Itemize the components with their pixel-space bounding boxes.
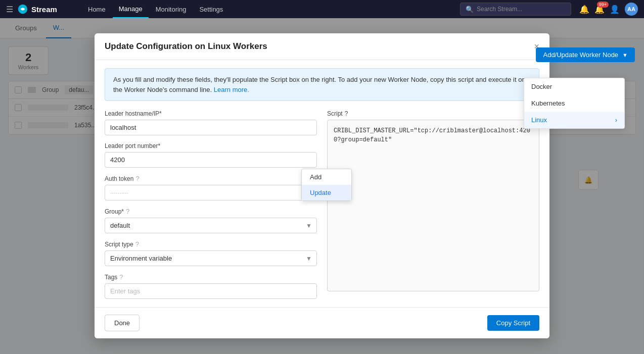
group-select[interactable]: default xyxy=(105,218,317,233)
form-row: Leader hostname/IP* Leader port number* xyxy=(105,110,539,299)
dropdown-item-linux[interactable]: Linux › xyxy=(524,112,624,128)
notification-icon[interactable]: 🔔 xyxy=(579,5,589,14)
page-background: Groups W... 2 Workers Group defau... GUI… xyxy=(0,18,644,354)
group-select-wrapper: default ▼ xyxy=(105,218,317,233)
form-group-hostname: Leader hostname/IP* xyxy=(105,110,317,135)
script-box: CRIBL_DIST_MASTER_URL="tcp://criblmaster… xyxy=(327,120,539,291)
nav-monitoring[interactable]: Monitoring xyxy=(150,0,193,18)
dropdown-item-kubernetes[interactable]: Kubernetes xyxy=(524,95,624,112)
group-label: Group* ? xyxy=(105,208,317,215)
modal-title: Update Configuration on Linux Workers xyxy=(105,41,267,52)
form-group-group: Group* ? default ▼ xyxy=(105,208,317,233)
alert-icon[interactable]: 🔔 99+ xyxy=(594,5,605,14)
notification-badge: 99+ xyxy=(597,2,609,8)
hostname-label: Leader hostname/IP* xyxy=(105,110,317,117)
topnav: ☰ Stream Home Manage Monitoring Settings… xyxy=(0,0,644,18)
nav-links: Home Manage Monitoring Settings xyxy=(82,0,456,18)
hamburger-icon[interactable]: ☰ xyxy=(6,5,13,14)
group-help-icon[interactable]: ? xyxy=(126,208,129,215)
copy-script-button[interactable]: Copy Script xyxy=(487,315,539,331)
search-input[interactable] xyxy=(477,6,566,13)
auth-token-help-icon[interactable]: ? xyxy=(135,175,139,182)
auth-token-input-wrapper: 👁 xyxy=(105,185,317,200)
info-text: As you fill and modify these fields, the… xyxy=(113,76,526,93)
done-button[interactable]: Done xyxy=(105,315,140,331)
nav-settings[interactable]: Settings xyxy=(193,0,229,18)
auth-token-input[interactable] xyxy=(105,185,317,200)
topnav-icons: 🔔 🔔 99+ 👤 AA xyxy=(579,3,638,16)
context-item-add[interactable]: Add xyxy=(302,169,351,185)
avatar[interactable]: AA xyxy=(625,3,638,16)
modal-footer: Done Copy Script xyxy=(95,307,549,338)
chevron-right-icon: › xyxy=(615,116,617,124)
search-icon: 🔍 xyxy=(466,6,474,13)
nav-manage[interactable]: Manage xyxy=(113,0,149,18)
add-update-worker-button[interactable]: Add/Update Worker Node ▼ xyxy=(536,47,635,62)
script-type-help-icon[interactable]: ? xyxy=(135,240,139,248)
search-box: 🔍 xyxy=(460,3,571,16)
brand: Stream xyxy=(17,4,78,15)
form-right: Script ? CRIBL_DIST_MASTER_URL="tcp://cr… xyxy=(327,110,539,299)
learn-more-link[interactable]: Learn more. xyxy=(214,86,249,93)
dropdown-item-docker[interactable]: Docker xyxy=(524,78,624,95)
info-banner: As you fill and modify these fields, the… xyxy=(105,68,539,101)
dropdown-container: Add/Update Worker Node ▼ Docker Kubernet… xyxy=(536,47,635,62)
port-input[interactable] xyxy=(105,152,317,168)
port-label: Leader port number* xyxy=(105,142,317,149)
dropdown-menu: Docker Kubernetes Linux › xyxy=(524,78,625,129)
form-group-tags: Tags ? xyxy=(105,273,317,299)
modal-header: Update Configuration on Linux Workers × xyxy=(95,33,549,60)
form-group-script-type: Script type ? Environment variable Inlin… xyxy=(105,240,317,266)
dropdown-chevron-icon: ▼ xyxy=(622,52,628,58)
brand-name: Stream xyxy=(31,5,57,14)
context-item-update[interactable]: Update xyxy=(302,185,351,200)
script-type-select[interactable]: Environment variable Inline xyxy=(105,250,317,266)
script-label: Script ? xyxy=(327,110,539,117)
support-icon[interactable]: 👤 xyxy=(610,5,620,14)
hostname-input[interactable] xyxy=(105,120,317,135)
context-menu: Add Update xyxy=(301,169,352,201)
script-type-select-wrapper: Environment variable Inline ▼ xyxy=(105,250,317,266)
form-group-port: Leader port number* xyxy=(105,142,317,168)
tags-help-icon[interactable]: ? xyxy=(119,273,123,281)
form-group-auth-token: Auth token ? 👁 xyxy=(105,175,317,200)
dropdown-trigger-label: Add/Update Worker Node xyxy=(543,51,618,59)
tags-input[interactable] xyxy=(105,283,317,299)
form-left: Leader hostname/IP* Leader port number* xyxy=(105,110,317,299)
nav-home[interactable]: Home xyxy=(82,0,112,18)
tags-label: Tags ? xyxy=(105,273,317,281)
script-help-icon[interactable]: ? xyxy=(345,110,348,117)
script-type-label: Script type ? xyxy=(105,240,317,248)
auth-token-label: Auth token ? xyxy=(105,175,317,182)
